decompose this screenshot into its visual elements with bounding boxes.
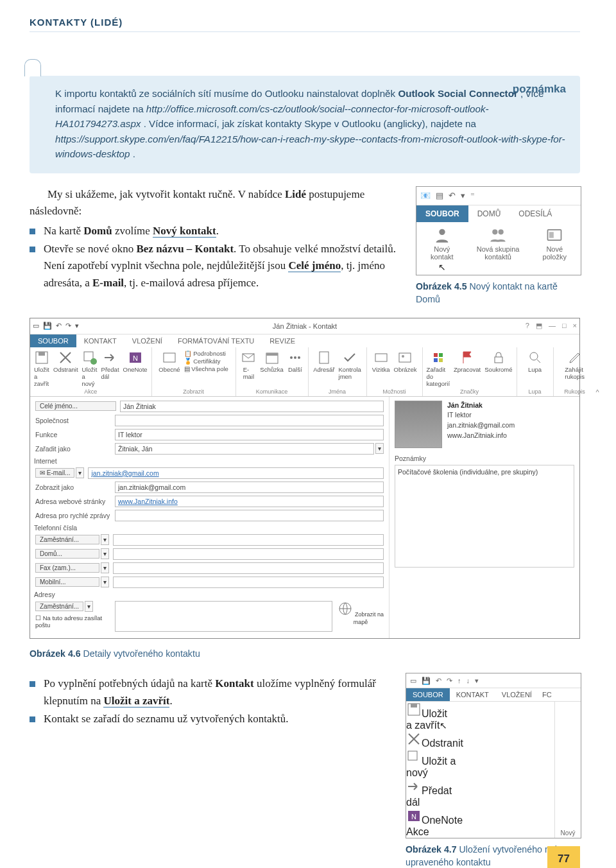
tab-format[interactable]: FORMÁTOVÁNÍ TEXTU — [170, 334, 262, 347]
email-input[interactable]: jan.zitniak@gmail.com — [88, 467, 384, 479]
save-new-button[interactable]: Uložit a nový — [82, 350, 98, 387]
undo-icon[interactable]: ↶ — [56, 322, 62, 330]
undo-icon[interactable]: ↶ — [436, 677, 441, 685]
b1-a: Na kartě — [44, 225, 83, 237]
address-input[interactable] — [115, 601, 332, 632]
tel-work-dd[interactable]: ▾ — [101, 534, 109, 545]
categorize-button[interactable]: Zařadit do kategorií — [427, 350, 450, 387]
save-close-button[interactable]: Uložit a zavřít↖ — [406, 702, 554, 731]
company-label: Společnost — [35, 417, 115, 424]
email-field-button[interactable]: ✉ E-mail... — [35, 468, 74, 478]
close-icon[interactable]: × — [573, 322, 577, 330]
redo-icon[interactable]: ↷ — [65, 322, 71, 330]
svg-rect-11 — [164, 353, 175, 362]
tel-mobile-button[interactable]: Mobilní... — [35, 577, 99, 587]
onenote-button[interactable]: NOneNote — [406, 808, 554, 826]
tab-domu[interactable]: DOMŮ — [468, 205, 510, 222]
tel-mobile-dd[interactable]: ▾ — [101, 577, 109, 587]
tab-revize[interactable]: REVIZE — [262, 334, 303, 347]
ink-button[interactable]: Zahájit rukopis — [565, 350, 585, 380]
card-web: www.JanZitniak.info — [447, 431, 507, 439]
help-icon[interactable]: ? — [526, 322, 529, 330]
details-button[interactable]: 📋 Podrobnosti — [184, 350, 228, 357]
tab-kontakt[interactable]: KONTAKT — [76, 334, 124, 347]
im-input[interactable] — [115, 510, 384, 521]
addr-dd[interactable]: ▾ — [85, 601, 93, 612]
maximize-icon[interactable]: □ — [562, 322, 567, 330]
fileas-dropdown-icon[interactable]: ▾ — [375, 443, 384, 454]
fullname-button[interactable]: Celé jméno... — [35, 401, 116, 411]
zoom-button[interactable]: Lupa — [527, 350, 543, 373]
tab-odesila[interactable]: ODESÍLÁ — [509, 205, 561, 222]
jobtitle-input[interactable]: IT lektor — [115, 429, 384, 440]
ribbon-collapse-icon[interactable]: ⬒ — [536, 322, 542, 330]
bizcard-button[interactable]: Vizitka — [372, 350, 390, 373]
new-contact-button[interactable]: Nový kontakt ↖ — [431, 226, 453, 272]
delete-button[interactable]: Odstranit — [53, 350, 78, 373]
fig45-cap-b: Obrázek 4.5 — [416, 281, 467, 291]
tab-kontakt[interactable]: KONTAKT — [450, 688, 495, 701]
tab-vlozeni[interactable]: VLOŽENÍ — [124, 334, 170, 347]
tab-fc[interactable]: FC — [538, 688, 556, 701]
email-button[interactable]: E- mail — [241, 350, 256, 380]
allfields-button[interactable]: ▤ Všechna pole — [184, 365, 228, 372]
web-input[interactable]: www.JanZitniak.info — [115, 496, 384, 507]
map-button[interactable]: Zobrazit na mapě — [338, 601, 384, 625]
onenote-button[interactable]: NOneNote — [123, 350, 148, 373]
tel-home-dd[interactable]: ▾ — [101, 548, 109, 559]
contact-photo[interactable] — [395, 401, 442, 448]
general-button[interactable]: Obecné — [158, 350, 180, 373]
addressbook-button[interactable]: Adresář — [313, 350, 334, 373]
tel-work-button[interactable]: Zaměstnání... — [35, 535, 99, 544]
svg-point-21 — [402, 355, 404, 358]
fullname-input[interactable]: Ján Žitniak — [120, 401, 384, 412]
new-contact-label: Nový kontakt — [431, 245, 453, 261]
save-icon[interactable]: 💾 — [43, 322, 52, 330]
more-button[interactable]: Další — [287, 350, 303, 373]
save-close-button[interactable]: Uložit a zavřít — [34, 350, 49, 387]
dd-icon[interactable]: ▾ — [475, 677, 479, 685]
delete-button[interactable]: Odstranit — [406, 731, 554, 749]
b2-a: Otevře se nové okno — [44, 243, 136, 255]
collapse-ribbon-icon[interactable]: ^ — [596, 347, 599, 396]
minimize-icon[interactable]: — — [549, 322, 556, 330]
mailing-checkbox[interactable]: ☐ Na tuto adresu zasílat poštu — [35, 614, 115, 629]
chevron-down-icon[interactable]: ▾ — [75, 322, 79, 330]
forward-button[interactable]: Předat dál — [406, 779, 554, 808]
redo-icon[interactable]: ↷ — [447, 677, 452, 685]
down-icon[interactable]: ↓ — [466, 677, 470, 684]
tab-vlozeni[interactable]: VLOŽENÍ — [495, 688, 538, 701]
tel-home-button[interactable]: Domů... — [35, 549, 99, 559]
save-new-button[interactable]: Uložit a nový — [406, 749, 554, 779]
tel-home-input[interactable] — [113, 548, 384, 560]
forward-button[interactable]: Předat dál — [101, 350, 119, 380]
meeting-button[interactable]: Schůzka — [260, 350, 283, 373]
private-button[interactable]: Soukromé — [484, 350, 512, 373]
company-input[interactable] — [115, 415, 384, 426]
tel-fax-dd[interactable]: ▾ — [101, 562, 109, 573]
addr-work-button[interactable]: Zaměstnání... — [35, 602, 83, 611]
new-items-button[interactable]: Nové položky — [543, 226, 567, 272]
followup-button[interactable]: Zpracovat — [454, 350, 481, 373]
note-url-2: https://support.skype.com/en/faq/FA12215… — [55, 134, 565, 160]
svg-rect-22 — [434, 353, 438, 357]
pen-icon — [567, 350, 583, 365]
email-dropdown-icon[interactable]: ▾ — [76, 467, 84, 478]
tel-mobile-input[interactable] — [113, 577, 384, 588]
tab-soubor[interactable]: SOUBOR — [416, 205, 468, 222]
up-icon[interactable]: ↑ — [458, 677, 461, 684]
fileas-input[interactable]: Žitniak, Ján — [115, 443, 374, 455]
svg-rect-24 — [434, 358, 438, 362]
tab-soubor[interactable]: SOUBOR — [30, 334, 76, 347]
tel-work-input[interactable] — [113, 534, 384, 546]
image-button[interactable]: Obrázek — [394, 350, 417, 373]
notes-input[interactable]: Počítačové školenia (individuálne, pre s… — [395, 465, 574, 568]
tel-fax-button[interactable]: Fax (zam.)... — [35, 563, 99, 573]
save-icon[interactable]: 💾 — [422, 677, 431, 685]
tel-fax-input[interactable] — [113, 562, 384, 574]
displayas-input[interactable]: jan.zitniak@gmail.com — [115, 482, 384, 493]
tab-soubor[interactable]: SOUBOR — [406, 688, 450, 701]
checknames-button[interactable]: Kontrola jmen — [339, 350, 361, 380]
new-group-button[interactable]: Nová skupina kontaktů — [477, 226, 520, 272]
certificates-button[interactable]: 🏅 Certifikáty — [184, 358, 228, 365]
